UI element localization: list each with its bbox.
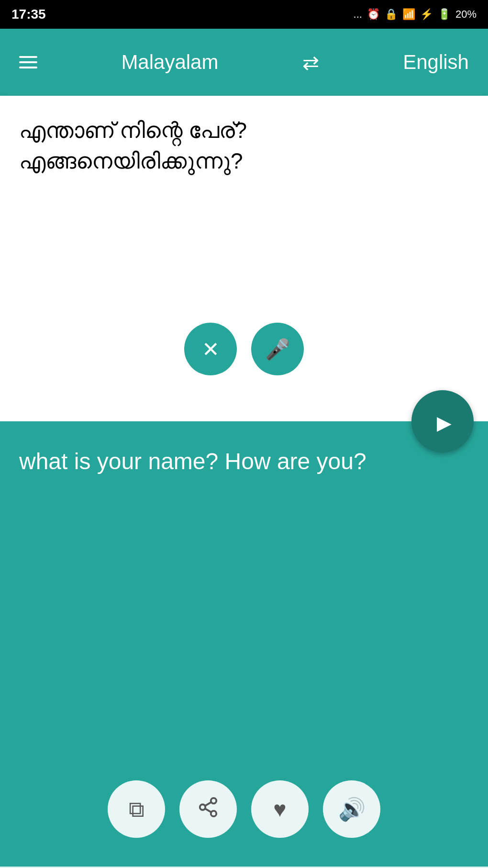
heart-icon: ♥	[273, 796, 286, 822]
input-controls: 🎤	[19, 308, 469, 385]
copy-button[interactable]: ⧉	[108, 780, 165, 838]
lock-icon: 🔒	[385, 8, 398, 21]
microphone-button[interactable]: 🎤	[251, 323, 304, 375]
send-icon	[434, 407, 452, 435]
x-icon	[202, 337, 220, 361]
target-language-selector[interactable]: English	[403, 51, 469, 74]
share-button[interactable]	[179, 780, 237, 838]
speaker-icon: 🔊	[338, 796, 366, 822]
bolt-icon: ⚡	[420, 8, 433, 21]
status-dots: ...	[354, 8, 362, 21]
source-text-input[interactable]	[19, 115, 469, 306]
svg-line-4	[205, 802, 211, 806]
status-bar: 17:35 ... ⏰ 🔒 📶 ⚡ 🔋 20%	[0, 0, 488, 29]
status-time: 17:35	[11, 7, 46, 22]
battery-icon: 🔋	[438, 8, 451, 21]
battery-percent: 20%	[455, 8, 477, 21]
mic-icon: 🎤	[265, 338, 290, 361]
clear-button[interactable]	[184, 323, 237, 375]
swap-languages-button[interactable]: ⇄	[302, 51, 319, 74]
menu-line-3	[19, 67, 37, 68]
menu-line-1	[19, 56, 37, 58]
share-icon	[197, 796, 219, 823]
copy-icon: ⧉	[129, 796, 144, 823]
source-language-selector[interactable]: Malayalam	[121, 51, 218, 74]
app-header: Malayalam ⇄ English	[0, 29, 488, 96]
translate-button[interactable]	[411, 390, 474, 452]
menu-button[interactable]	[19, 56, 37, 68]
output-area: what is your name? How are you? ⧉ ♥ 🔊	[0, 421, 488, 867]
menu-line-2	[19, 61, 37, 63]
tts-button[interactable]: 🔊	[323, 780, 380, 838]
output-controls: ⧉ ♥ 🔊	[0, 780, 488, 838]
favorite-button[interactable]: ♥	[251, 780, 309, 838]
alarm-icon: ⏰	[367, 8, 380, 21]
status-icons: ... ⏰ 🔒 📶 ⚡ 🔋 20%	[354, 8, 477, 21]
svg-line-3	[205, 808, 211, 812]
input-area: 🎤	[0, 96, 488, 421]
signal-icon: 📶	[402, 8, 415, 21]
translated-text: what is your name? How are you?	[19, 445, 469, 477]
